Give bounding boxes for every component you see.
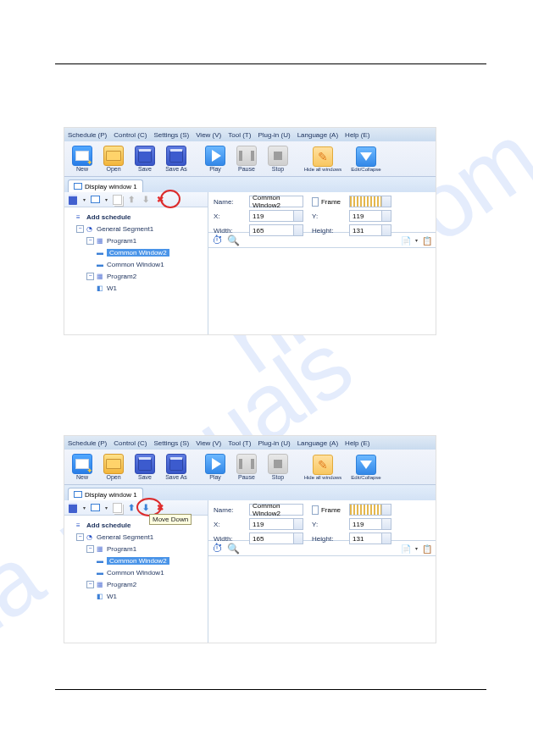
menu-language[interactable]: Language (A)	[297, 131, 338, 139]
caret-icon[interactable]: ▾	[415, 237, 418, 243]
tab-display-window-1[interactable]: Display window 1	[68, 179, 143, 192]
menu-help[interactable]: Help (E)	[345, 131, 369, 139]
caret-icon[interactable]: ▾	[415, 545, 418, 551]
collapse-button[interactable]: Edit/Collapse	[346, 450, 386, 484]
mini-window-dropdown[interactable]	[103, 194, 108, 206]
width-field[interactable]: 165	[249, 224, 303, 236]
mini-save-dropdown[interactable]	[81, 502, 86, 514]
menu-plugin[interactable]: Plug-in (U)	[258, 439, 290, 447]
mini-save-button[interactable]	[67, 194, 79, 206]
menu-tool[interactable]: Tool (T)	[228, 439, 251, 447]
new-button[interactable]: New	[68, 142, 97, 176]
copy-icon[interactable]	[422, 544, 432, 554]
mini-copy-button[interactable]	[111, 502, 123, 514]
tree-common-window2[interactable]: Common Window2	[68, 246, 204, 258]
doc-icon[interactable]	[401, 235, 411, 246]
mini-save-button[interactable]	[67, 502, 79, 514]
frame-checkbox[interactable]: Frame	[312, 197, 341, 207]
frame-checkbox[interactable]: Frame	[312, 505, 341, 515]
pause-button[interactable]: Pause	[232, 450, 261, 484]
open-button[interactable]: Open	[99, 450, 128, 484]
menu-view[interactable]: View (V)	[196, 131, 221, 139]
tree-program2-label: Program2	[107, 273, 136, 280]
menu-language[interactable]: Language (A)	[297, 439, 338, 447]
menu-control[interactable]: Control (C)	[114, 439, 147, 447]
tree-program1[interactable]: −Program1	[68, 235, 204, 246]
saveas-button[interactable]: Save As	[162, 450, 191, 484]
saveas-button[interactable]: Save As	[162, 142, 191, 176]
search-icon[interactable]: 🔍	[227, 543, 240, 555]
name-field[interactable]: Common Window2	[249, 196, 303, 207]
tree-segment[interactable]: −General Segment1	[68, 531, 204, 543]
height-field[interactable]: 131	[349, 224, 391, 236]
tree-program2[interactable]: −Program2	[68, 578, 204, 590]
menu-settings[interactable]: Settings (S)	[153, 131, 189, 139]
move-down-button[interactable]	[140, 194, 152, 206]
menu-control[interactable]: Control (C)	[114, 131, 147, 139]
new-button[interactable]: New	[68, 450, 97, 484]
doc-icon[interactable]	[401, 544, 411, 554]
expand-icon[interactable]: −	[86, 545, 94, 553]
expand-icon[interactable]: −	[76, 225, 84, 233]
stop-button[interactable]: Stop	[264, 142, 292, 176]
tree-w1[interactable]: W1	[68, 590, 204, 602]
x-field[interactable]: 119	[249, 210, 303, 222]
menu-schedule[interactable]: Schedule (P)	[68, 439, 107, 447]
width-field[interactable]: 165	[249, 533, 303, 544]
tree-segment[interactable]: −General Segment1	[68, 223, 204, 235]
stop-button[interactable]: Stop	[264, 450, 292, 484]
menu-tool[interactable]: Tool (T)	[228, 131, 251, 139]
open-button[interactable]: Open	[99, 142, 128, 176]
play-button[interactable]: Play	[201, 142, 230, 176]
expand-icon[interactable]: −	[86, 273, 94, 280]
schedule-tree[interactable]: Add schedule −General Segment1 −Program1…	[64, 516, 208, 643]
mini-copy-button[interactable]	[111, 194, 123, 206]
mini-save-dropdown[interactable]	[81, 194, 86, 206]
hide-windows-button[interactable]: Hide all windows	[303, 142, 343, 176]
play-button[interactable]: Play	[201, 450, 230, 484]
menu-schedule[interactable]: Schedule (P)	[68, 131, 107, 139]
tree-program2[interactable]: −Program2	[68, 270, 204, 282]
clock-icon[interactable]: ⏱	[212, 542, 223, 555]
menu-view[interactable]: View (V)	[196, 439, 221, 447]
expand-icon[interactable]: −	[76, 533, 84, 541]
save-button[interactable]: Save	[130, 450, 159, 484]
hide-windows-button[interactable]: Hide all windows	[303, 450, 343, 484]
tree-w1[interactable]: W1	[68, 282, 204, 294]
name-field[interactable]: Common Window2	[249, 504, 303, 516]
expand-icon[interactable]: −	[86, 581, 94, 588]
tree-common-window1[interactable]: Common Window1	[68, 566, 204, 578]
tree-root[interactable]: Add schedule	[68, 211, 204, 223]
x-field[interactable]: 119	[249, 518, 303, 530]
mini-window-button[interactable]	[89, 502, 101, 514]
y-field[interactable]: 119	[349, 518, 391, 530]
height-field[interactable]: 131	[349, 533, 391, 544]
mini-window-button[interactable]	[89, 194, 101, 206]
tree-program1[interactable]: −Program1	[68, 543, 204, 555]
move-down-button[interactable]	[140, 502, 152, 514]
move-up-button[interactable]	[125, 194, 137, 206]
clock-icon[interactable]: ⏱	[212, 234, 223, 246]
search-icon[interactable]: 🔍	[227, 235, 240, 246]
mini-window-dropdown[interactable]	[103, 502, 108, 514]
window-icon	[97, 284, 105, 292]
pause-button[interactable]: Pause	[232, 142, 261, 176]
move-up-button[interactable]	[125, 502, 137, 514]
delete-button[interactable]	[154, 194, 166, 206]
delete-button[interactable]	[154, 502, 166, 514]
tree-common-window2[interactable]: Common Window2	[68, 555, 204, 566]
tree-common-window1[interactable]: Common Window1	[68, 258, 204, 270]
expand-icon[interactable]: −	[86, 237, 94, 245]
frame-style-dropdown[interactable]	[349, 196, 391, 207]
y-field[interactable]: 119	[349, 210, 391, 222]
schedule-tree[interactable]: Add schedule −General Segment1 −Program1…	[64, 207, 208, 334]
collapse-button[interactable]: Edit/Collapse	[346, 142, 386, 176]
menu-plugin[interactable]: Plug-in (U)	[258, 131, 290, 139]
menu-settings[interactable]: Settings (S)	[153, 439, 189, 447]
save-button[interactable]: Save	[130, 142, 159, 176]
menu-help[interactable]: Help (E)	[345, 439, 369, 447]
frame-label: Frame	[321, 198, 341, 206]
copy-icon[interactable]	[422, 235, 432, 246]
tab-display-window-1[interactable]: Display window 1	[68, 488, 143, 500]
frame-style-dropdown[interactable]	[349, 504, 391, 516]
